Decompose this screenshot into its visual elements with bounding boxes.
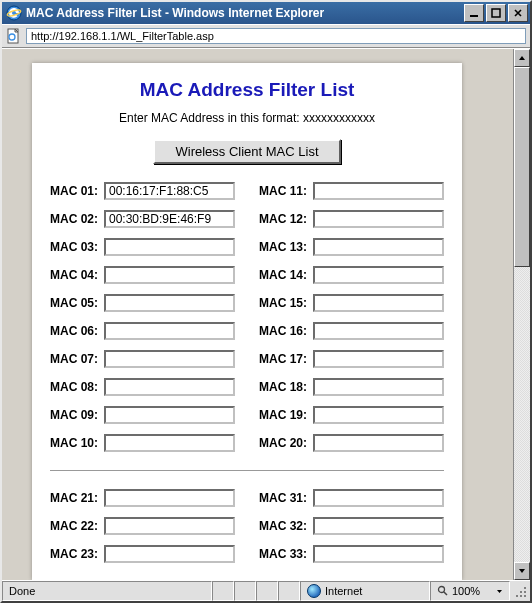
mac-label: MAC 11: (259, 184, 313, 198)
mac-input[interactable] (104, 517, 235, 535)
svg-rect-9 (520, 591, 522, 593)
mac-row: MAC 32: (259, 517, 444, 535)
mac-label: MAC 04: (50, 268, 104, 282)
mac-label: MAC 17: (259, 352, 313, 366)
svg-line-7 (444, 592, 447, 595)
mac-label: MAC 06: (50, 324, 104, 338)
mac-input[interactable] (104, 489, 235, 507)
mac-row: MAC 08: (50, 378, 235, 396)
mac-label: MAC 31: (259, 491, 313, 505)
zone-text: Internet (325, 585, 362, 597)
scrollbar-thumb[interactable] (514, 67, 530, 267)
status-text-pane: Done (2, 581, 212, 601)
scrollbar-track[interactable] (514, 67, 530, 562)
mac-input[interactable] (313, 266, 444, 284)
internet-zone-icon (307, 584, 321, 598)
mac-row: MAC 06: (50, 322, 235, 340)
security-zone-pane: Internet (300, 581, 430, 601)
mac-input[interactable] (104, 406, 235, 424)
mac-label: MAC 33: (259, 547, 313, 561)
zoom-text: 100% (452, 585, 480, 597)
zoom-pane[interactable]: 100% (430, 581, 510, 601)
status-pane-c (256, 581, 278, 601)
mac-input[interactable] (313, 545, 444, 563)
mac-label: MAC 15: (259, 296, 313, 310)
mac-input[interactable] (104, 210, 235, 228)
mac-row: MAC 14: (259, 266, 444, 284)
mac-row: MAC 33: (259, 545, 444, 563)
mac-row: MAC 11: (259, 182, 444, 200)
mac-label: MAC 05: (50, 296, 104, 310)
status-pane-d (278, 581, 300, 601)
mac-input[interactable] (104, 434, 235, 452)
mac-input[interactable] (104, 266, 235, 284)
mac-input[interactable] (104, 238, 235, 256)
mac-label: MAC 08: (50, 380, 104, 394)
mac-row: MAC 02: (50, 210, 235, 228)
mac-col-11-20: MAC 11:MAC 12:MAC 13:MAC 14:MAC 15:MAC 1… (259, 182, 444, 462)
mac-label: MAC 03: (50, 240, 104, 254)
mac-input[interactable] (313, 517, 444, 535)
mac-input[interactable] (313, 434, 444, 452)
mac-input[interactable] (313, 378, 444, 396)
mac-row: MAC 03: (50, 238, 235, 256)
minimize-button[interactable] (464, 4, 484, 22)
mac-block-b: MAC 21:MAC 22:MAC 23: MAC 31:MAC 32:MAC … (50, 489, 444, 573)
url-input[interactable] (26, 28, 526, 44)
mac-label: MAC 07: (50, 352, 104, 366)
mac-label: MAC 18: (259, 380, 313, 394)
mac-block-a: MAC 01:MAC 02:MAC 03:MAC 04:MAC 05:MAC 0… (50, 182, 444, 462)
separator (50, 470, 444, 471)
svg-rect-8 (524, 587, 526, 589)
mac-row: MAC 16: (259, 322, 444, 340)
mac-row: MAC 18: (259, 378, 444, 396)
mac-input[interactable] (313, 182, 444, 200)
mac-label: MAC 14: (259, 268, 313, 282)
scroll-up-button[interactable] (514, 49, 530, 67)
mac-row: MAC 01: (50, 182, 235, 200)
mac-row: MAC 21: (50, 489, 235, 507)
mac-input[interactable] (104, 294, 235, 312)
mac-label: MAC 20: (259, 436, 313, 450)
svg-rect-2 (470, 15, 478, 17)
mac-input[interactable] (104, 378, 235, 396)
mac-input[interactable] (313, 350, 444, 368)
svg-rect-11 (516, 595, 518, 597)
status-pane-b (234, 581, 256, 601)
page-content: MAC Address Filter List Enter MAC Addres… (32, 63, 462, 580)
mac-row: MAC 10: (50, 434, 235, 452)
mac-input[interactable] (313, 322, 444, 340)
mac-input[interactable] (104, 322, 235, 340)
mac-label: MAC 21: (50, 491, 104, 505)
page-scroll: MAC Address Filter List Enter MAC Addres… (2, 49, 513, 580)
vertical-scrollbar[interactable] (513, 49, 530, 580)
mac-label: MAC 02: (50, 212, 104, 226)
mac-row: MAC 17: (259, 350, 444, 368)
mac-input[interactable] (313, 489, 444, 507)
close-button[interactable] (508, 4, 528, 22)
mac-row: MAC 19: (259, 406, 444, 424)
mac-input[interactable] (104, 182, 235, 200)
mac-input[interactable] (313, 238, 444, 256)
scroll-down-button[interactable] (514, 562, 530, 580)
page-title: MAC Address Filter List (50, 79, 444, 101)
mac-input[interactable] (313, 210, 444, 228)
mac-input[interactable] (104, 350, 235, 368)
magnifier-icon (437, 585, 448, 598)
svg-rect-3 (492, 9, 500, 17)
viewport: MAC Address Filter List Enter MAC Addres… (2, 48, 530, 580)
mac-input[interactable] (104, 545, 235, 563)
mac-input[interactable] (313, 294, 444, 312)
maximize-button[interactable] (486, 4, 506, 22)
statusbar: Done Internet 100% (2, 580, 530, 601)
resize-grip[interactable] (510, 581, 530, 601)
zoom-dropdown-icon[interactable] (496, 585, 503, 597)
wireless-client-list-button[interactable]: Wireless Client MAC List (153, 139, 340, 164)
mac-row: MAC 13: (259, 238, 444, 256)
mac-row: MAC 22: (50, 517, 235, 535)
mac-col-21-30: MAC 21:MAC 22:MAC 23: (50, 489, 235, 573)
page-subtitle: Enter MAC Address in this format: xxxxxx… (50, 111, 444, 125)
mac-input[interactable] (313, 406, 444, 424)
svg-rect-10 (524, 591, 526, 593)
mac-label: MAC 01: (50, 184, 104, 198)
